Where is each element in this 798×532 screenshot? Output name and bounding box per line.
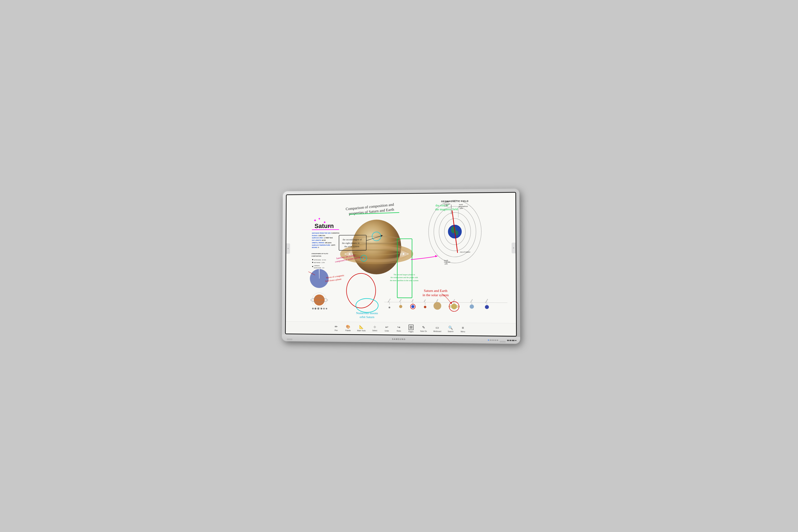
svg-text:Mercury: Mercury <box>387 298 391 303</box>
svg-point-63 <box>434 206 476 257</box>
svg-point-43 <box>320 308 322 309</box>
toolbar-undo[interactable]: ↩ Undo <box>381 324 392 333</box>
whiteboard-canvas: Comparison of composition and properties… <box>286 193 516 323</box>
svg-point-109 <box>470 304 474 309</box>
svg-marker-58 <box>435 255 437 257</box>
svg-text:pole: pole <box>460 208 463 209</box>
svg-text:METHANE - 2.5%: METHANE - 2.5% <box>314 262 325 264</box>
grille-line <box>501 341 502 343</box>
select-label: Select <box>373 330 377 331</box>
led-dot <box>495 340 496 341</box>
svg-point-102 <box>411 305 414 308</box>
svg-line-70 <box>452 211 457 252</box>
select-icon: ⊹ <box>374 325 376 329</box>
grille-line <box>504 341 505 343</box>
svg-point-28 <box>312 262 313 263</box>
grille-line <box>290 339 291 340</box>
svg-point-44 <box>323 308 325 310</box>
toolbar-math-tools[interactable]: 📐 Math Tools <box>355 324 368 333</box>
svg-text:magnetic: magnetic <box>444 203 451 205</box>
svg-text:North: North <box>445 201 449 203</box>
svg-point-51 <box>356 299 378 312</box>
redo-icon: ↪ <box>397 325 400 329</box>
svg-point-108 <box>449 302 459 311</box>
search-label: Search <box>448 330 453 332</box>
svg-point-106 <box>449 306 459 307</box>
svg-text:MOONS: 5: MOONS: 5 <box>312 247 319 248</box>
svg-point-62 <box>429 200 481 263</box>
toolbar-note-on[interactable]: ✎ Note On <box>418 324 430 334</box>
speaker-right <box>500 341 515 343</box>
miniboard-label: Miniboard <box>433 330 441 332</box>
svg-text:the role of: the role of <box>436 204 449 207</box>
led-dot-active <box>488 340 489 341</box>
search-icon: 🔍 <box>448 325 453 330</box>
svg-point-104 <box>424 306 426 308</box>
svg-text:pole: pole <box>444 205 448 207</box>
left-panel-handle[interactable]: ≡ <box>286 243 290 254</box>
note-on-label: Note On <box>420 330 427 332</box>
svg-text:Numerous moons: Numerous moons <box>356 311 378 315</box>
svg-text:Saturn: Saturn <box>452 299 455 303</box>
svg-text:North: North <box>459 204 463 205</box>
redo-label: Redo <box>397 330 401 332</box>
svg-point-37 <box>312 293 326 307</box>
pen-label: Pen <box>335 329 338 331</box>
svg-point-107 <box>451 304 457 309</box>
screen: ≡ ≡ Comparison of composition and proper… <box>286 193 516 336</box>
toolbar-menu[interactable]: ≡ Menu <box>457 324 468 334</box>
screen-border: ≡ ≡ Comparison of composition and proper… <box>285 192 517 337</box>
svg-text:the magnetic field: the magnetic field <box>435 207 458 211</box>
svg-text:geographical: geographical <box>459 206 468 208</box>
toolbar-miniboard[interactable]: ▭ Miniboard <box>431 324 444 334</box>
monitor: ≡ ≡ Comparison of composition and proper… <box>282 189 520 344</box>
svg-point-26 <box>312 259 313 260</box>
svg-point-100 <box>388 307 390 308</box>
toolbar-redo[interactable]: ↪ Redo <box>394 324 404 333</box>
svg-text:MONOXIDE - 0.5: MONOXIDE - 0.5 <box>314 267 324 269</box>
svg-text:Neptune: Neptune <box>485 299 489 303</box>
toolbar: ✏ Pen 🎨 Palette 📐 Math Tools ⊹ Select ↩ <box>286 321 516 336</box>
svg-text:Saturn and Earth: Saturn and Earth <box>424 289 448 292</box>
svg-text:ATMOSPHERE OF PLUTO: ATMOSPHERE OF PLUTO <box>311 253 328 254</box>
miniboard-icon: ▭ <box>436 325 439 330</box>
toolbar-palette[interactable]: 🎨 Palette <box>343 323 353 332</box>
right-panel-handle[interactable]: ≡ <box>512 243 516 253</box>
pen-icon: ✏ <box>335 324 338 329</box>
toolbar-pen[interactable]: ✏ Pen <box>331 323 341 332</box>
status-indicators <box>488 340 498 341</box>
svg-text:SURFACE TEMPERATURE: -233℃: SURFACE TEMPERATURE: -233℃ <box>312 244 335 246</box>
svg-text:magnetic: magnetic <box>444 261 451 263</box>
pages-icon: ⊞ <box>408 324 413 330</box>
svg-text:pole: pole <box>445 263 448 265</box>
grille-line <box>500 341 500 343</box>
svg-point-30 <box>312 266 313 267</box>
svg-text:ORBITAL PERIOD: 248 years: ORBITAL PERIOD: 248 years <box>312 242 331 244</box>
svg-line-36 <box>308 272 315 275</box>
undo-icon: ↩ <box>385 325 388 329</box>
svg-text:South: South <box>444 260 448 261</box>
svg-text:Axis of rotation: Axis of rotation <box>460 251 470 253</box>
toolbar-select[interactable]: ⊹ Select <box>369 324 380 333</box>
brand-logo: SAMSUNG <box>392 338 406 340</box>
grille-line <box>290 339 290 340</box>
led-dot <box>490 340 491 341</box>
svg-text:in the solar system: in the solar system <box>423 293 449 297</box>
svg-text:NITROGEN - 97.0%: NITROGEN - 97.0% <box>314 259 326 261</box>
grille-line <box>288 339 289 340</box>
svg-text:✦: ✦ <box>318 217 321 221</box>
palette-icon: 🎨 <box>346 324 350 329</box>
grille-line <box>288 339 288 340</box>
svg-point-38 <box>314 294 324 306</box>
pages-label: Pages <box>408 331 414 333</box>
grille-line <box>502 341 502 343</box>
palette-label: Palette <box>345 329 351 331</box>
svg-point-42 <box>317 307 319 310</box>
svg-text:Venus: Venus <box>399 299 402 302</box>
note-on-icon: ✎ <box>422 325 425 329</box>
grille-line <box>500 341 501 343</box>
toolbar-pages[interactable]: ⊞ Pages <box>405 323 416 334</box>
svg-text:RADIUS: 1188.3 km: RADIUS: 1188.3 km <box>312 235 325 236</box>
led-dot <box>497 340 498 341</box>
toolbar-search[interactable]: 🔍 Search <box>445 324 456 334</box>
